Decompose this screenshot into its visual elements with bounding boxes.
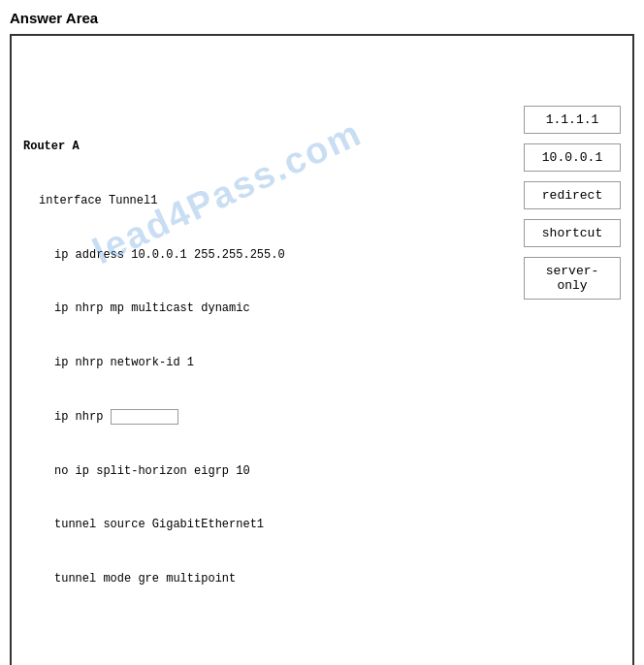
ra-line-4: ip nhrp network-id 1: [23, 354, 514, 372]
code-panel: lead4Pass.com Router A interface Tunnel1…: [23, 48, 514, 665]
ra-line-7: tunnel source GigabitEthernet1: [23, 516, 514, 534]
ra-nhrp-input[interactable]: [111, 409, 178, 425]
ra-line-6: no ip split-horizon eigrp 10: [23, 462, 514, 481]
option-shortcut[interactable]: shortcut: [524, 219, 621, 247]
options-panel: 1.1.1.1 10.0.0.1 redirect shortcut serve…: [514, 48, 621, 665]
ra-line-2: ip address 10.0.0.1 255.255.255.0: [23, 246, 514, 265]
ra-line-8: tunnel mode gre multipoint: [23, 570, 514, 588]
ra-line-3: ip nhrp mp multicast dynamic: [23, 300, 514, 318]
option-redirect[interactable]: redirect: [524, 181, 621, 209]
option-10001[interactable]: 10.0.0.1: [524, 143, 621, 172]
answer-area: lead4Pass.com Router A interface Tunnel1…: [10, 34, 634, 665]
option-serveronly[interactable]: server-only: [524, 257, 621, 300]
option-1111[interactable]: 1.1.1.1: [524, 106, 621, 134]
page-title: Answer Area: [10, 10, 634, 26]
router-a-title: Router A: [23, 138, 514, 156]
ra-line-1: interface Tunnel1: [23, 192, 514, 210]
ra-line-5: ip nhrp: [23, 408, 514, 427]
